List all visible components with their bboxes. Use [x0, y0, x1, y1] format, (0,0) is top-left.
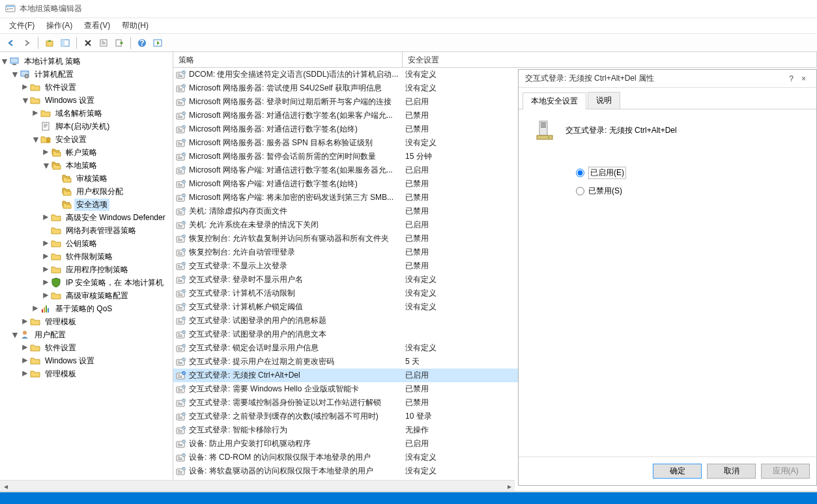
svg-rect-89	[178, 239, 182, 240]
export-button[interactable]	[112, 36, 126, 50]
expand-icon[interactable]: ⯈	[42, 149, 51, 156]
up-button[interactable]	[42, 36, 57, 50]
tree-pane[interactable]: ⯆本地计算机 策略⯆计算机配置⯈软件设置⯆Windows 设置⯈域名解析策略脚本…	[0, 52, 173, 491]
tree-item[interactable]: ⯈管理模板	[0, 367, 173, 380]
refresh-button[interactable]	[150, 36, 165, 50]
radio-enabled[interactable]	[576, 169, 584, 177]
expand-icon[interactable]: ⯈	[42, 292, 51, 300]
tree-item-label: IP 安全策略，在 本地计算机	[64, 277, 165, 289]
delete-button[interactable]	[81, 36, 95, 50]
policy-name: Microsoft 网络服务器: 对通信进行数字签名(始终)	[189, 124, 403, 135]
expand-icon[interactable]: ⯈	[21, 318, 30, 326]
tree-item[interactable]: ⯆计算机配置	[0, 68, 173, 81]
tree-item[interactable]: ⯈应用程序控制策略	[0, 263, 173, 276]
expand-icon[interactable]: ⯆	[0, 58, 9, 65]
back-button[interactable]	[4, 36, 18, 50]
folder-icon	[30, 356, 40, 366]
scroll-track[interactable]	[11, 481, 504, 491]
tree-item[interactable]: ⯈帐户策略	[0, 146, 173, 159]
tree-item[interactable]: ⯈IP 安全策略，在 本地计算机	[0, 276, 173, 289]
ok-button[interactable]: 确定	[653, 464, 702, 479]
tree-item[interactable]: ⯈公钥策略	[0, 237, 173, 250]
expand-icon[interactable]: ⯆	[10, 331, 20, 339]
tab-explain[interactable]: 说明	[588, 92, 620, 109]
tree-item[interactable]: ⯈域名解析策略	[0, 107, 173, 120]
script-icon	[40, 121, 51, 132]
policy-icon	[176, 439, 186, 449]
tree-item[interactable]: ⯆本地计算机 策略	[0, 55, 173, 68]
tree-item-label: 软件限制策略	[64, 251, 115, 263]
tree-item[interactable]: ⯈高级审核策略配置	[0, 289, 173, 302]
radio-disabled-label[interactable]: 已禁用(S)	[576, 186, 801, 197]
help-button[interactable]: ?	[135, 36, 149, 50]
svg-rect-95	[178, 254, 182, 255]
dialog-titlebar[interactable]: 交互式登录: 无须按 Ctrl+Alt+Del 属性 ? ×	[519, 70, 816, 88]
expand-icon[interactable]: ⯈	[21, 371, 30, 378]
expand-icon[interactable]: ⯈	[21, 357, 30, 365]
expand-icon[interactable]: ⯈	[42, 266, 51, 273]
policy-name: 恢复控制台: 允许软盘复制并访问所有驱动器和所有文件夹	[189, 233, 403, 244]
tree-item[interactable]: ⯆用户配置	[0, 328, 173, 341]
tree-item[interactable]: 审核策略	[0, 172, 173, 185]
properties-button[interactable]	[96, 36, 111, 50]
horizontal-scrollbar[interactable]: ◂ ▸	[0, 480, 515, 491]
tree-item[interactable]: ⯈软件设置	[0, 81, 173, 94]
menu-action[interactable]: 操作(A)	[41, 19, 78, 33]
tree-item[interactable]: ⯆安全设置	[0, 133, 173, 146]
scroll-right-icon[interactable]: ▸	[504, 481, 515, 492]
menu-help[interactable]: 帮助(H)	[117, 19, 154, 33]
tree-item[interactable]: ⯈软件限制策略	[0, 250, 173, 263]
cancel-button[interactable]: 取消	[707, 464, 756, 479]
policy-name: 交互式登录: 无须按 Ctrl+Alt+Del	[189, 370, 403, 381]
expand-icon[interactable]: ⯆	[10, 71, 20, 78]
svg-rect-58	[178, 156, 180, 156]
expand-icon[interactable]: ⯆	[42, 162, 51, 169]
expand-icon[interactable]: ⯈	[31, 110, 40, 117]
tree-item[interactable]: 脚本(启动/关机)	[0, 120, 173, 133]
svg-rect-4	[46, 41, 53, 46]
header-policy[interactable]: 策略	[173, 52, 403, 67]
policy-icon	[176, 193, 186, 203]
expand-icon[interactable]: ⯈	[31, 305, 40, 313]
tree-item[interactable]: ⯆本地策略	[0, 159, 173, 172]
header-setting[interactable]: 安全设置	[403, 52, 817, 67]
tree-item[interactable]: ⯈基于策略的 QoS	[0, 302, 173, 315]
menu-view[interactable]: 查看(V)	[79, 19, 115, 33]
tree-item[interactable]: 安全选项	[0, 198, 173, 211]
svg-rect-22	[42, 309, 43, 313]
dialog-close-button[interactable]: ×	[797, 74, 810, 83]
expand-icon[interactable]: ⯈	[21, 84, 30, 91]
expand-icon[interactable]: ⯈	[42, 279, 51, 287]
expand-icon[interactable]: ⯈	[42, 240, 51, 247]
expand-icon[interactable]: ⯈	[21, 344, 30, 352]
tree-item[interactable]: ⯈高级安全 Windows Defender	[0, 211, 173, 224]
svg-rect-30	[178, 76, 182, 77]
window-titlebar[interactable]: 本地组策略编辑器	[0, 0, 817, 18]
svg-rect-170	[178, 459, 182, 460]
expand-icon[interactable]: ⯈	[42, 253, 51, 260]
tree-item[interactable]: ⯈Windows 设置	[0, 354, 173, 367]
expand-icon[interactable]: ⯆	[31, 136, 40, 143]
scroll-left-icon[interactable]: ◂	[0, 481, 11, 492]
tree-item[interactable]: ⯆Windows 设置	[0, 94, 173, 107]
svg-rect-21	[46, 139, 50, 143]
show-hide-tree-button[interactable]	[58, 36, 72, 50]
tree-item[interactable]: 网络列表管理器策略	[0, 224, 173, 237]
tree-item[interactable]: 用户权限分配	[0, 185, 173, 198]
taskbar[interactable]	[0, 492, 817, 504]
svg-rect-168	[178, 456, 180, 457]
radio-disabled[interactable]	[576, 187, 584, 195]
forward-button[interactable]	[20, 36, 34, 50]
apply-button[interactable]: 应用(A)	[761, 464, 810, 479]
svg-rect-158	[178, 429, 180, 430]
radio-enabled-label[interactable]: 已启用(E)	[576, 167, 801, 179]
tree-item[interactable]: ⯈软件设置	[0, 341, 173, 354]
menu-file[interactable]: 文件(F)	[4, 19, 40, 33]
expand-icon[interactable]: ⯆	[21, 97, 30, 104]
dialog-help-button[interactable]: ?	[785, 74, 797, 83]
tree-item[interactable]: ⯈管理模板	[0, 315, 173, 328]
toolbar-separator	[130, 37, 131, 49]
tab-local-security[interactable]: 本地安全设置	[523, 92, 586, 109]
svg-rect-150	[178, 404, 182, 405]
expand-icon[interactable]: ⯈	[42, 214, 51, 221]
